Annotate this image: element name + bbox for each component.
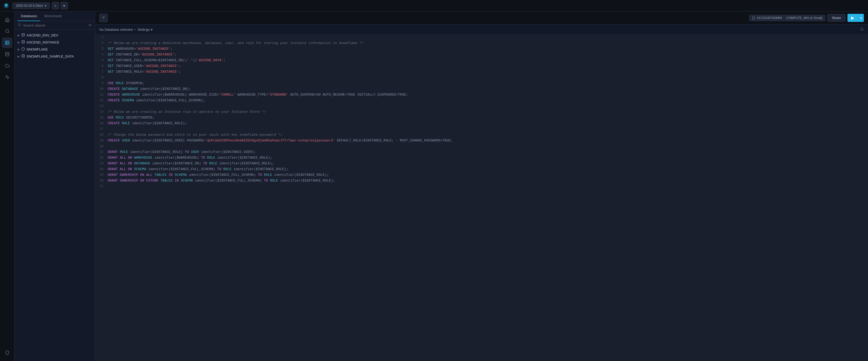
main-layout: Databases Worksheets ↻ ▶ [0,11,868,361]
role-badge: ACCOUNTADMIN • COMPUTE_WH (X-Small) [749,15,825,21]
editor-search-icon[interactable] [860,27,864,32]
sidebar-tabs: Databases Worksheets [14,11,95,21]
table-row: 3 SET WAREHOUSE='ASCEND_INSTANCE'; [95,46,868,52]
table-row: 12 CREATE SCHEMA identifier($INSTANCE_FU… [95,98,868,104]
tree-item-label: SNOWFLAKE_SAMPLE_DATA [27,54,74,58]
database-icon [21,54,25,59]
nav-activity[interactable] [2,72,12,82]
run-dropdown-button[interactable]: ▾ [858,14,864,22]
refresh-icon[interactable]: ↻ [89,23,92,27]
table-row: 25 GRANT OWNERSHIP ON ALL TABLES IN SCHE… [95,172,868,178]
table-row: 18 /* Change the below password and stor… [95,132,868,138]
table-row: 4 SET INSTANCE_DB='ASCEND_INSTANCE'; [95,52,868,58]
svg-point-5 [5,29,8,33]
svg-point-24 [861,28,863,30]
table-row: 27 [95,184,868,190]
chevron-right-icon: ▶ [18,34,20,37]
table-row: 9 USE ROLE SYSADMIN; [95,81,868,86]
table-row: 8 [95,75,868,81]
top-bar: 2025-02-03 6:29am ▾ + ▾ [0,0,868,11]
tab-databases[interactable]: Databases [18,11,40,21]
svg-line-6 [8,32,9,33]
table-row: 19 CREATE USER identifier($INSTANCE_USER… [95,138,868,144]
nav-database[interactable] [2,49,12,59]
table-row: 6 SET INSTANCE_USER='ASCEND_INSTANCE'; [95,63,868,69]
settings-chevron-icon: ▾ [151,28,153,31]
snowflake-logo [2,2,10,10]
sidebar-search-bar: ↻ [14,21,95,30]
tree-item-label: ASCEND_INSTANCE [27,40,59,44]
timestamp-chevron: ▾ [45,4,46,7]
db-selector-bar: No Database selected ▾ Settings ▾ [95,25,868,35]
list-item[interactable]: ▶ SNOWFLAKE [14,46,95,53]
list-item[interactable]: ▶ ASCEND_INSTANCE [14,39,95,46]
table-row: 1 [95,35,868,40]
search-input[interactable] [23,23,87,27]
database-icon [21,33,25,37]
svg-point-19 [22,54,25,55]
svg-line-25 [863,30,864,31]
table-row: 24 GRANT ALL ON SCHEMA identifier($INSTA… [95,167,868,172]
top-bar-actions: + ▾ [52,2,68,9]
filter-button[interactable] [99,14,107,22]
schema-icon [21,47,25,52]
table-row: 17 [95,127,868,132]
settings-button[interactable]: Settings ▾ [137,28,153,31]
svg-rect-7 [5,41,9,45]
share-button[interactable]: Share [828,14,845,22]
nav-home[interactable] [2,15,12,25]
main-content: ACCOUNTADMIN • COMPUTE_WH (X-Small) Shar… [95,11,868,361]
role-label: ACCOUNTADMIN [757,16,782,20]
tree-item-label: SNOWFLAKE [27,48,48,51]
tree-item-label: ASCEND_ENV_DEV [27,33,58,37]
run-button-group: ▶ ▾ [847,14,864,22]
svg-rect-23 [752,17,755,19]
table-row: 26 GRANT OWNERSHIP ON FUTURE TABLES IN S… [95,178,868,184]
add-button[interactable]: + [52,2,59,9]
table-row: 15 USE ROLE SECURITYADMIN; [95,115,868,121]
db-selector-label: No Database selected [99,28,133,31]
toolbar-left [99,14,107,22]
db-selector[interactable]: No Database selected ▾ [99,28,135,31]
table-row: 11 CREATE WAREHOUSE identifier($WAREHOUS… [95,92,868,98]
chevron-right-icon: ▶ [18,41,20,44]
nav-search[interactable] [2,26,12,36]
list-item[interactable]: ▶ SNOWFLAKE_SAMPLE_DATA [14,53,95,60]
timestamp-label: 2025-02-03 6:29am [16,4,43,7]
sidebar: Databases Worksheets ↻ ▶ [14,11,95,361]
chevron-right-icon: ▶ [18,55,20,58]
svg-point-11 [5,52,9,54]
tab-worksheets[interactable]: Worksheets [41,11,65,21]
table-row: 16 CREATE ROLE identifier($INSTANCE_ROLE… [95,121,868,127]
nav-icons [0,11,14,361]
warehouse-label: COMPUTE_WH (X-Small) [786,16,823,20]
table-row: 5 SET INSTANCE_FULL_SCHEMA=$INSTANCE_DB|… [95,58,868,63]
nav-worksheets[interactable] [2,37,12,48]
separator: • [783,16,784,20]
nav-cloud[interactable] [2,60,12,71]
toolbar-right: ACCOUNTADMIN • COMPUTE_WH (X-Small) Shar… [749,14,864,22]
more-options-button[interactable]: ▾ [61,2,68,9]
toolbar: ACCOUNTADMIN • COMPUTE_WH (X-Small) Shar… [95,11,868,25]
table-row: 20 [95,144,868,149]
svg-point-14 [22,33,25,34]
table-row: 2 /* Below we are creating a dedicated w… [95,40,868,46]
table-row: 14 /* Below we are creating an Instance … [95,109,868,115]
list-item[interactable]: ▶ ASCEND_ENV_DEV [14,32,95,39]
search-icon [18,23,21,27]
table-row: 7 SET INSTANCE_ROLE='ASCEND_INSTANCE'; [95,69,868,75]
timestamp-button[interactable]: 2025-02-03 6:29am ▾ [12,3,50,9]
database-icon [21,40,25,45]
db-selector-chevron-icon: ▾ [134,28,135,31]
svg-point-12 [18,24,21,26]
svg-point-15 [22,40,25,41]
nav-shield[interactable] [2,348,12,358]
svg-line-13 [20,26,21,26]
table-row: 10 CREATE DATABASE identifier($INSTANCE_… [95,86,868,92]
code-editor[interactable]: 1 2 /* Below we are creating a dedicated… [95,35,868,361]
table-row: 13 [95,104,868,109]
table-row: 21 GRANT ROLE identifier($INSTANCE_ROLE)… [95,149,868,155]
settings-label: Settings [137,28,150,31]
chevron-right-icon: ▶ [18,48,20,51]
run-button[interactable]: ▶ [847,14,858,22]
